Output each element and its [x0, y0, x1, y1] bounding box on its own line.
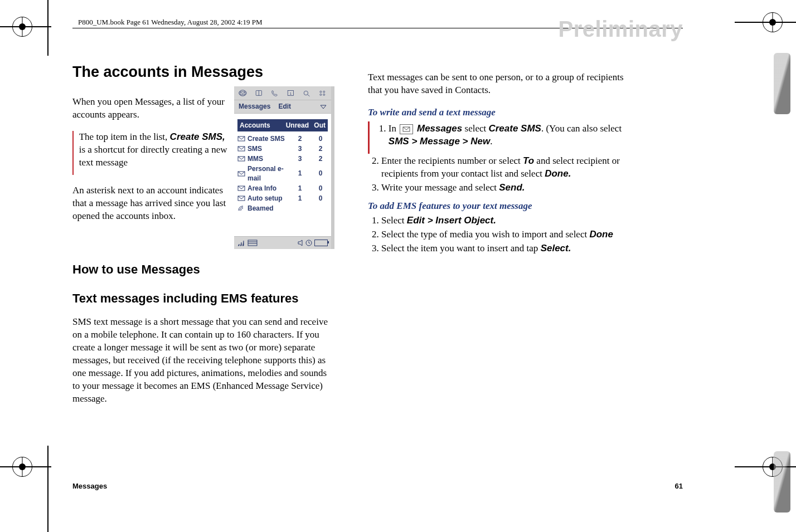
col-out: Out: [309, 121, 326, 130]
col-accounts: Accounts: [240, 121, 282, 130]
envelope-icon: [237, 155, 245, 162]
browser-icon: [303, 89, 311, 97]
crop-mark: [47, 0, 48, 56]
svg-point-10: [320, 94, 322, 96]
svg-rect-18: [248, 240, 257, 246]
step: Select the type of media you wish to imp…: [381, 228, 630, 241]
col-unread: Unread: [282, 121, 309, 130]
svg-point-11: [323, 94, 325, 96]
envelope-icon: [237, 170, 245, 177]
paragraph: The top item in the list, Create SMS, is…: [79, 131, 227, 169]
heading-how-to-use: How to use Messages: [72, 261, 334, 278]
contacts-icon: [255, 89, 263, 97]
step: Select the item you want to insert and t…: [381, 242, 630, 255]
paragraph: SMS text message is a short message that…: [72, 316, 334, 406]
envelope-icon: [237, 195, 245, 202]
step: Enter the recipients number or select To…: [381, 155, 630, 180]
keyboard-icon: [247, 240, 258, 246]
menu-edit[interactable]: Edit: [278, 102, 291, 111]
page-number: 61: [675, 482, 683, 490]
phone-icon: [270, 89, 279, 97]
apps-icon: [318, 89, 327, 97]
account-row[interactable]: Personal e-mail10: [237, 164, 328, 183]
messages-icon: [400, 124, 413, 134]
change-bar: [368, 121, 370, 154]
account-row[interactable]: Auto setup10: [237, 193, 328, 203]
crop-mark: [735, 22, 796, 23]
beamed-icon: [237, 205, 245, 212]
svg-text:1: 1: [290, 92, 292, 95]
account-row[interactable]: MMS32: [237, 154, 328, 164]
step: In Messages select Create SMS. (You can …: [389, 123, 630, 148]
step: Write your message and select Send.: [381, 182, 630, 194]
svg-point-9: [323, 91, 325, 93]
table-header: Accounts Unread Out: [237, 119, 328, 131]
subheading-write: To write and send a text message: [368, 106, 630, 119]
app-bar: 1: [234, 86, 331, 100]
mail-app-icon: [239, 89, 247, 97]
account-row[interactable]: Beamed: [237, 203, 328, 213]
crop-mark: [0, 26, 51, 27]
svg-point-6: [304, 91, 308, 95]
signal-icon: [237, 240, 245, 246]
footer-section: Messages: [72, 482, 107, 490]
envelope-icon: [237, 145, 245, 152]
change-bar: [72, 131, 74, 175]
menu-bar: Messages Edit: [234, 100, 331, 113]
account-row[interactable]: Area Info10: [237, 183, 328, 193]
calendar-icon: 1: [287, 89, 295, 97]
svg-line-7: [307, 95, 309, 96]
paragraph: When you open Messages, a list of your a…: [72, 96, 227, 121]
dropdown-icon[interactable]: [320, 104, 327, 110]
status-bar: [234, 236, 331, 249]
battery-icon: [314, 240, 328, 246]
crop-mark: [0, 466, 51, 467]
svg-point-8: [320, 91, 322, 93]
speaker-icon: [298, 240, 303, 246]
color-bar-icon: [774, 451, 790, 513]
account-row[interactable]: SMS32: [237, 144, 328, 154]
heading-accounts: The accounts in Messages: [72, 62, 334, 82]
envelope-icon: [237, 185, 245, 192]
subheading-ems: To add EMS features to your text message: [368, 200, 630, 213]
paragraph: Text messages can be sent to one person,…: [368, 71, 630, 97]
phone-screenshot: 1 Messages Edit Accounts Unread: [234, 86, 334, 248]
book-info: P800_UM.book Page 61 Wednesday, August 2…: [78, 18, 262, 26]
envelope-icon: [237, 135, 245, 142]
step: Select Edit > Insert Object.: [381, 214, 630, 227]
clock-icon: [305, 240, 312, 246]
menu-messages[interactable]: Messages: [239, 102, 270, 111]
account-row[interactable]: Create SMS20: [237, 134, 328, 144]
color-bar-icon: [774, 53, 790, 114]
heading-text-messages: Text messages including EMS features: [72, 290, 334, 307]
crop-mark: [47, 446, 48, 532]
paragraph: An asterisk next to an account indicates…: [72, 184, 227, 223]
